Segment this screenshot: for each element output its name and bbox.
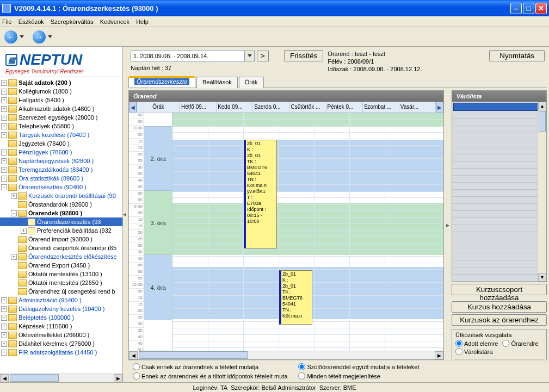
expand-icon[interactable]: + <box>11 193 17 199</box>
tree-item[interactable]: Órarendi csoportok órarendje (65 <box>0 244 122 252</box>
cal-prev[interactable]: ◀ <box>129 102 137 113</box>
expand-icon[interactable]: + <box>1 158 7 164</box>
list-item[interactable] <box>452 232 546 239</box>
expand-icon[interactable]: + <box>1 80 7 86</box>
tab-editor[interactable]: Órarendszerkeszto <box>128 76 195 88</box>
list-item[interactable] <box>452 253 546 260</box>
scroll-left-icon[interactable]: ◀ <box>129 351 138 359</box>
expand-icon[interactable] <box>11 237 17 242</box>
tree-item[interactable]: +Hallgatók (5400 ) <box>0 96 122 104</box>
expand-icon[interactable] <box>11 280 17 286</box>
scrollbar-thumb[interactable] <box>139 351 248 359</box>
expand-icon[interactable] <box>1 141 7 147</box>
col-day[interactable]: Hétfő 09... <box>180 102 217 113</box>
waitlist-body[interactable]: ▲ ▼ <box>452 102 546 282</box>
list-item[interactable] <box>452 169 546 176</box>
col-day[interactable]: Szerda 0... <box>253 102 289 113</box>
col-day[interactable]: Vasár... <box>399 102 436 113</box>
tab-settings[interactable]: Beállítások <box>196 77 238 88</box>
list-item[interactable] <box>452 275 546 282</box>
nav-tree[interactable]: +Saját adatok (200 )+Kollégiumok (1800 )… <box>0 77 122 374</box>
list-item[interactable] <box>452 133 546 140</box>
menu-role[interactable]: Szerepkörváltás <box>51 18 94 25</box>
calendar-event[interactable]: 2b_01K :2b_01TK :BMEGT654041TN :Köt.ma.n… <box>244 140 277 248</box>
list-item[interactable] <box>452 112 546 119</box>
list-item[interactable] <box>452 211 546 218</box>
minimize-button[interactable]: – <box>510 3 522 14</box>
col-day[interactable]: Csütörtök ... <box>289 102 326 113</box>
expand-icon[interactable]: + <box>1 132 7 138</box>
cal-next[interactable]: ▶ <box>436 102 443 113</box>
tree-item[interactable]: Oktatói mentesítés (13100 ) <box>0 270 122 278</box>
expand-icon[interactable] <box>21 219 27 225</box>
tree-item[interactable]: +Kurzusok órarendi beállításai (90 <box>0 191 122 200</box>
close-button[interactable]: ✕ <box>535 3 547 14</box>
calendar-scrollbar[interactable]: ◀ ▶ <box>129 351 443 359</box>
tree-item[interactable]: Órarendszerkesztés (93 <box>0 217 122 226</box>
tree-item[interactable]: +Preferenciák beállítása (932 <box>0 226 122 235</box>
week-select[interactable] <box>131 51 255 61</box>
tree-item[interactable]: -Órarendkészítés (90400 ) <box>0 183 122 191</box>
tree-item[interactable]: +Teremgazdálkodás (83400 ) <box>0 165 122 174</box>
tree-item[interactable]: +Tárgyak kezelése (70400 ) <box>0 130 122 139</box>
tree-item[interactable]: +Diákhitel kérelmek (276000 ) <box>0 339 122 348</box>
tree-item[interactable]: Órarendhez új csengetési rend b <box>0 287 122 296</box>
filter-radio-parent[interactable]: Szülőórarenddel együtt mutatja a tételek… <box>298 363 419 370</box>
tree-item[interactable]: +Szervezeti egységek (28000 ) <box>0 113 122 122</box>
col-day[interactable]: Kedd 09... <box>217 102 253 113</box>
expand-icon[interactable]: + <box>1 115 7 121</box>
scroll-left-icon[interactable]: ◀ <box>0 374 9 382</box>
expand-icon[interactable]: + <box>1 341 7 347</box>
col-day[interactable]: Szombat ... <box>363 102 399 113</box>
scroll-right-icon[interactable]: ▶ <box>114 374 122 382</box>
list-item[interactable] <box>452 161 546 169</box>
tree-item[interactable]: +Telephelyek (55800 ) <box>0 122 122 130</box>
collision-radio-element[interactable]: Adott elemre <box>455 340 498 347</box>
print-button[interactable]: Nyomtatás <box>489 50 545 61</box>
expand-icon[interactable]: + <box>21 228 27 234</box>
splitter-right[interactable] <box>446 90 449 360</box>
expand-icon[interactable]: + <box>1 97 7 103</box>
add-course-button[interactable]: Kurzus hozzáadása <box>452 301 547 313</box>
calendar-event[interactable]: 2b_01K :2b_01TK :BMEGT654041TN :Köt.ma.n <box>279 270 312 325</box>
week-select-drop[interactable] <box>245 51 255 61</box>
tree-item[interactable]: Órastandardok (92600 ) <box>0 200 122 209</box>
expand-icon[interactable]: + <box>1 332 7 338</box>
nav-forward[interactable]: → <box>33 30 52 43</box>
expand-icon[interactable]: + <box>1 123 7 129</box>
list-item[interactable] <box>452 154 546 161</box>
refresh-button[interactable]: Frissítés <box>284 50 323 61</box>
tab-hours[interactable]: Órák <box>239 77 264 88</box>
expand-icon[interactable]: + <box>1 350 7 356</box>
waitlist-scrollbar[interactable]: ▲ ▼ <box>538 102 546 282</box>
expand-icon[interactable]: + <box>1 89 7 95</box>
tree-item[interactable]: +Saját adatok (200 ) <box>0 78 122 87</box>
tree-item[interactable]: +Adminisztráció (95400 ) <box>0 296 122 304</box>
tree-item[interactable]: +Óra statisztikák (89600 ) <box>0 174 122 183</box>
tree-item[interactable]: Oktatói mentesítés (22650 ) <box>0 278 122 287</box>
expand-icon[interactable]: + <box>1 167 7 173</box>
list-item[interactable] <box>452 176 546 183</box>
expand-icon[interactable] <box>11 271 17 277</box>
tree-item[interactable]: +Órarendszerkesztés előkészítése <box>0 252 122 261</box>
tree-item[interactable]: Órarend import (93800 ) <box>0 235 122 244</box>
expand-icon[interactable] <box>11 263 17 269</box>
tree-item[interactable]: +Diákigazolvány kezelés (10400 ) <box>0 304 122 313</box>
menu-favorites[interactable]: Kedvencek <box>100 18 129 25</box>
filter-radio-all[interactable]: Minden tételt megjelenítése <box>298 372 419 379</box>
go-button[interactable]: > <box>257 51 269 61</box>
list-item[interactable] <box>452 183 546 190</box>
col-day[interactable]: Péntek 0... <box>326 102 363 113</box>
collision-radio-waitlist[interactable]: Várólistára <box>455 348 543 355</box>
expand-icon[interactable]: + <box>11 254 17 260</box>
list-item[interactable] <box>452 267 546 275</box>
tree-item[interactable]: -Órarendek (92800 ) <box>0 209 122 217</box>
tree-item[interactable]: +Naptárbejegyzések (82800 ) <box>0 157 122 165</box>
expand-icon[interactable]: - <box>1 184 7 190</box>
expand-icon[interactable]: - <box>11 210 17 216</box>
filter-radio-own[interactable]: Csak ennek az órarendnek a tételeit muta… <box>133 363 287 370</box>
maximize-button[interactable]: □ <box>523 3 534 14</box>
list-item[interactable] <box>452 140 546 147</box>
list-item[interactable] <box>452 126 546 133</box>
list-item[interactable] <box>452 225 546 232</box>
